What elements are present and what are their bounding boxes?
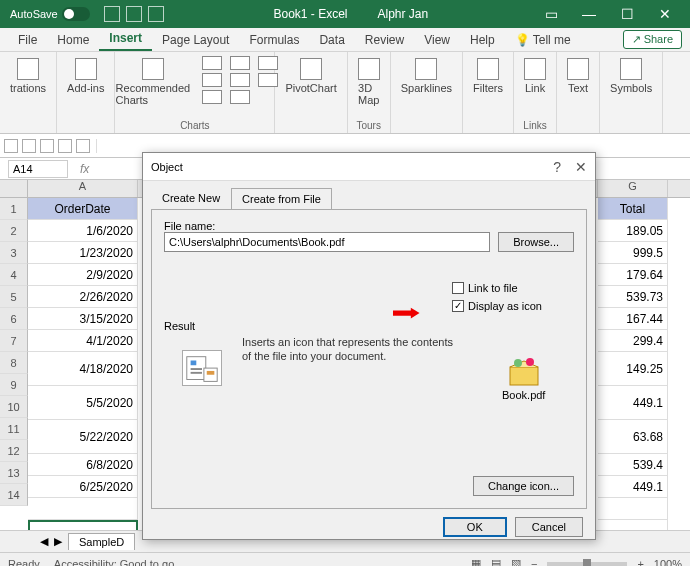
browse-button[interactable]: Browse... xyxy=(498,232,574,252)
active-cell[interactable] xyxy=(28,520,138,530)
qat-icon[interactable] xyxy=(4,139,18,153)
cell[interactable]: 6/25/2020 xyxy=(28,476,138,498)
cell[interactable]: 189.05 xyxy=(598,220,668,242)
text-button[interactable]: Text xyxy=(563,56,593,96)
qat-icon[interactable] xyxy=(40,139,54,153)
row-header[interactable]: 9 xyxy=(0,374,28,396)
chart-mini-icon[interactable] xyxy=(202,56,222,70)
pivotchart-button[interactable]: PivotChart xyxy=(281,56,340,96)
ribbon-options-icon[interactable]: ▭ xyxy=(536,6,566,22)
select-all-corner[interactable] xyxy=(0,180,28,197)
tab-help[interactable]: Help xyxy=(460,29,505,51)
maximize-icon[interactable]: ☐ xyxy=(612,6,642,22)
cell[interactable]: 179.64 xyxy=(598,264,668,286)
3dmap-button[interactable]: 3D Map xyxy=(354,56,384,108)
cell[interactable]: Total xyxy=(598,198,668,220)
row-header[interactable]: 11 xyxy=(0,418,28,440)
tab-formulas[interactable]: Formulas xyxy=(239,29,309,51)
row-header[interactable]: 4 xyxy=(0,264,28,286)
row-header[interactable]: 1 xyxy=(0,198,28,220)
tab-create-new[interactable]: Create New xyxy=(151,187,231,209)
row-header[interactable]: 13 xyxy=(0,462,28,484)
tab-view[interactable]: View xyxy=(414,29,460,51)
zoom-in-icon[interactable]: + xyxy=(637,558,643,567)
row-header[interactable]: 10 xyxy=(0,396,28,418)
cell[interactable]: 999.5 xyxy=(598,242,668,264)
zoom-slider[interactable] xyxy=(547,562,627,566)
cell[interactable]: 449.1 xyxy=(598,386,668,420)
addins-button[interactable]: Add-ins xyxy=(63,56,108,96)
row-header[interactable]: 12 xyxy=(0,440,28,462)
ok-button[interactable]: OK xyxy=(443,517,507,537)
row-header[interactable]: 8 xyxy=(0,352,28,374)
tab-review[interactable]: Review xyxy=(355,29,414,51)
tab-file[interactable]: File xyxy=(8,29,47,51)
recommended-charts-button[interactable]: Recommended Charts xyxy=(112,56,195,108)
cell[interactable]: 2/9/2020 xyxy=(28,264,138,286)
cell[interactable]: 63.68 xyxy=(598,420,668,454)
help-icon[interactable]: ? xyxy=(553,159,561,175)
qat-icon[interactable] xyxy=(58,139,72,153)
chart-mini-icon[interactable] xyxy=(202,73,222,87)
col-header-g[interactable]: G xyxy=(598,180,668,197)
tab-data[interactable]: Data xyxy=(309,29,354,51)
cell[interactable]: 539.73 xyxy=(598,286,668,308)
tab-create-from-file[interactable]: Create from File xyxy=(231,188,332,210)
link-button[interactable]: Link xyxy=(520,56,550,96)
redo-icon[interactable] xyxy=(148,6,164,22)
cell[interactable]: 5/22/2020 xyxy=(28,420,138,454)
row-header[interactable]: 14 xyxy=(0,484,28,506)
cell[interactable]: 2/26/2020 xyxy=(28,286,138,308)
cell[interactable]: 3/15/2020 xyxy=(28,308,138,330)
cell[interactable]: 1/23/2020 xyxy=(28,242,138,264)
autosave-toggle[interactable]: AutoSave xyxy=(4,7,96,21)
name-box[interactable] xyxy=(8,160,68,178)
filename-input[interactable] xyxy=(164,232,490,252)
undo-icon[interactable] xyxy=(126,6,142,22)
cell[interactable]: 5/5/2020 xyxy=(28,386,138,420)
view-pagelayout-icon[interactable]: ▤ xyxy=(491,557,501,566)
link-to-file-row[interactable]: Link to file xyxy=(452,282,518,294)
cell[interactable]: 449.1 xyxy=(598,476,668,498)
cell[interactable]: 149.25 xyxy=(598,352,668,386)
cell[interactable]: 6/8/2020 xyxy=(28,454,138,476)
row-header[interactable]: 5 xyxy=(0,286,28,308)
cell[interactable] xyxy=(598,498,668,520)
share-button[interactable]: ↗ Share xyxy=(623,30,682,49)
sheet-nav-next-icon[interactable]: ▶ xyxy=(54,535,62,548)
qat-icon[interactable] xyxy=(76,139,90,153)
cell[interactable] xyxy=(28,498,138,520)
cell[interactable]: 4/18/2020 xyxy=(28,352,138,386)
close-icon[interactable]: ✕ xyxy=(650,6,680,22)
qat-icon[interactable] xyxy=(22,139,36,153)
chart-mini-icon[interactable] xyxy=(230,73,250,87)
row-header[interactable]: 6 xyxy=(0,308,28,330)
cell[interactable]: OrderDate xyxy=(28,198,138,220)
cell[interactable]: 4/1/2020 xyxy=(28,330,138,352)
filters-button[interactable]: Filters xyxy=(469,56,507,96)
cell[interactable] xyxy=(598,520,668,530)
toggle-switch[interactable] xyxy=(62,7,90,21)
dialog-close-icon[interactable]: ✕ xyxy=(575,159,587,175)
cell[interactable]: 1/6/2020 xyxy=(28,220,138,242)
view-normal-icon[interactable]: ▦ xyxy=(471,557,481,566)
save-icon[interactable] xyxy=(104,6,120,22)
cancel-button[interactable]: Cancel xyxy=(515,517,583,537)
row-header[interactable]: 7 xyxy=(0,330,28,352)
row-header[interactable]: 3 xyxy=(0,242,28,264)
zoom-out-icon[interactable]: − xyxy=(531,558,537,567)
sparklines-button[interactable]: Sparklines xyxy=(397,56,456,96)
row-header[interactable]: 2 xyxy=(0,220,28,242)
chart-mini-icon[interactable] xyxy=(202,90,222,104)
tell-me[interactable]: 💡 Tell me xyxy=(505,29,581,51)
zoom-level[interactable]: 100% xyxy=(654,558,682,567)
sheet-tab[interactable]: SampleD xyxy=(68,533,135,550)
sheet-nav-prev-icon[interactable]: ◀ xyxy=(40,535,48,548)
tab-home[interactable]: Home xyxy=(47,29,99,51)
chart-mini-icon[interactable] xyxy=(230,90,250,104)
display-checkbox[interactable]: ✓ xyxy=(452,300,464,312)
fx-icon[interactable]: fx xyxy=(74,162,95,176)
cell[interactable]: 299.4 xyxy=(598,330,668,352)
change-icon-button[interactable]: Change icon... xyxy=(473,476,574,496)
symbols-button[interactable]: Symbols xyxy=(606,56,656,96)
